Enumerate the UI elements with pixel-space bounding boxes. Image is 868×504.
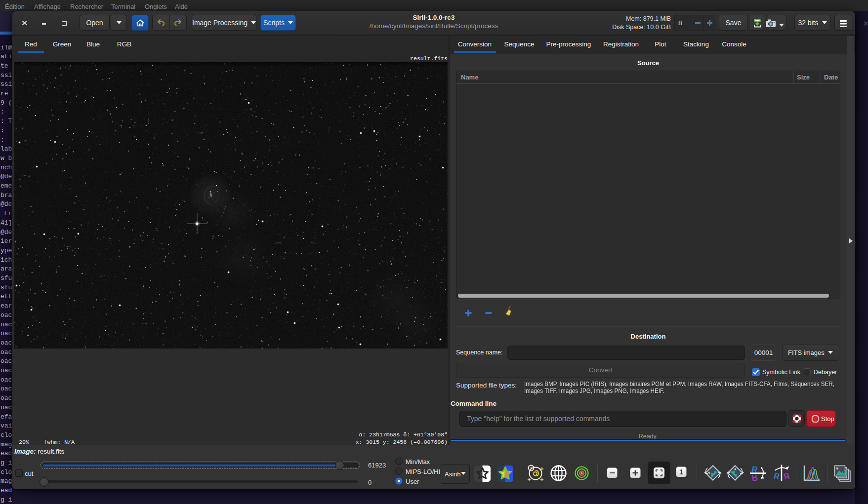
svg-text:R: R: [784, 472, 789, 481]
svg-text:R: R: [751, 473, 758, 482]
svg-text:R: R: [774, 472, 780, 481]
